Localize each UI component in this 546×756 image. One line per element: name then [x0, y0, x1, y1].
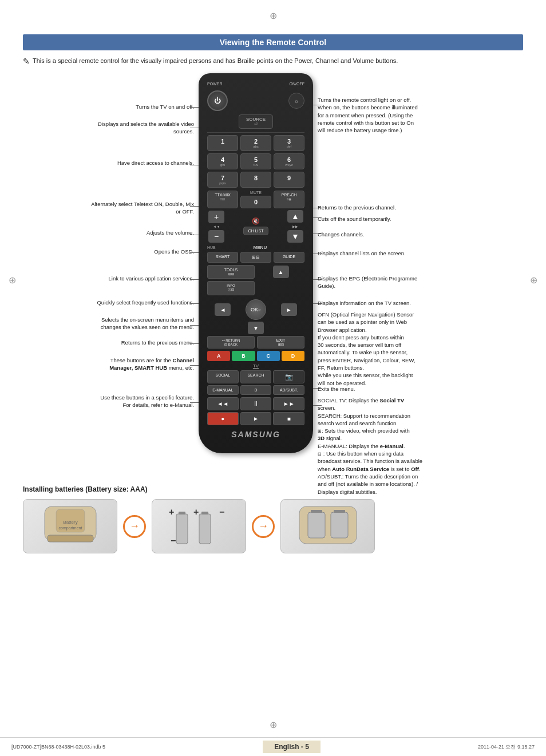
ch-up-button[interactable]: ▲ — [287, 210, 303, 223]
mute-zero-group: MUTE 0 — [240, 191, 271, 208]
num8-button[interactable]: 8 — [240, 172, 271, 188]
line-ch — [190, 165, 199, 165]
tv-label: TV — [207, 363, 304, 369]
center-controls: 🔇 CH LIST — [243, 217, 269, 235]
source-button[interactable]: SOURCE ⏎ — [239, 114, 273, 129]
battery-svg-2: + + − − — [162, 504, 236, 549]
ann-onoff: Turns the remote control light on or off… — [313, 96, 450, 134]
ann-mute: Cuts off the sound temporarily. — [313, 215, 450, 223]
page-title-text: Viewing the Remote Control — [220, 38, 326, 47]
svg-rect-16 — [311, 510, 322, 513]
volume-column: + ◄◄ − — [208, 211, 224, 243]
media-row-2: ● ► ■ — [207, 412, 304, 425]
ann-color-text: These buttons are for the Channel Manage… — [109, 357, 194, 371]
svg-rect-14 — [308, 512, 325, 538]
color-buttons-row: A B C D — [207, 351, 304, 361]
3d-button[interactable]: 📷 — [273, 370, 304, 383]
adsubt-button[interactable]: AD/SUBT. — [273, 385, 304, 395]
battery-image-1: Battery compartment — [23, 499, 117, 553]
right-button[interactable]: ► — [281, 303, 297, 316]
num9-button[interactable]: 9 — [274, 172, 304, 188]
ann-osd: Opens the OSD. — [90, 248, 199, 255]
return-button[interactable]: ↩ RETURN ⊟ BACK — [207, 336, 255, 349]
d-button[interactable]: D — [282, 351, 304, 361]
d-button-2[interactable]: D — [240, 385, 272, 395]
smart-button[interactable]: SMART — [207, 252, 238, 263]
exit-button[interactable]: EXIT ⊞⊟ — [257, 336, 304, 349]
c-button[interactable]: C — [257, 351, 280, 361]
power-row: ⏻ ☼ — [207, 90, 304, 111]
source-row: SOURCE ⏎ — [207, 114, 304, 129]
svg-rect-9 — [176, 514, 188, 544]
svg-text:compartment: compartment — [58, 526, 82, 531]
num6-button[interactable]: 6 wxyz — [274, 153, 304, 169]
battery-svg-3 — [291, 504, 365, 549]
num4-button[interactable]: 4 ghi — [207, 153, 238, 169]
rec-button[interactable]: ● — [207, 412, 239, 425]
stop-button[interactable]: ■ — [273, 412, 304, 425]
ttx-button[interactable]: TTX/MIX ≡⊟ — [207, 191, 238, 208]
right-crosshair: ⊕ — [530, 275, 537, 286]
vol-indicator: ◄◄ — [213, 225, 220, 228]
line-color — [190, 365, 199, 366]
play-button[interactable]: ► — [240, 412, 272, 425]
ch-indicator: ▶▶ — [292, 224, 298, 228]
svg-text:−: − — [219, 507, 224, 517]
bottom-crosshair: ⊕ — [270, 719, 277, 730]
down-button[interactable]: ▼ — [248, 322, 264, 334]
vol-down-button[interactable]: − — [208, 230, 224, 243]
ann-tools: Quickly select frequently used functions… — [90, 299, 199, 306]
num2-button[interactable]: 2 abc — [240, 135, 271, 151]
pause-button[interactable]: II — [240, 397, 272, 410]
svg-text:+: + — [169, 507, 174, 517]
info-button[interactable]: INFO ⓘ⊟ — [207, 281, 255, 295]
num1-button[interactable]: 1 — [207, 135, 238, 151]
smart-guide-row: SMART ⊞⊟ GUIDE — [207, 252, 304, 263]
svg-rect-1 — [48, 535, 93, 542]
ann-info: Displays information on the TV screen. — [313, 299, 450, 307]
ann-smart-hub: Link to various application services. — [90, 275, 199, 282]
nav-row: ◄ OK☞ ► — [207, 298, 304, 320]
a-button[interactable]: A — [207, 351, 230, 361]
ch-down-button[interactable]: ▼ — [287, 230, 303, 243]
search-button[interactable]: SEARCH — [240, 370, 272, 383]
emanual-button[interactable]: E-MANUAL — [207, 385, 239, 395]
emanual-row: E-MANUAL D AD/SUBT. — [207, 385, 304, 395]
remote-diagram: Turns the TV on and off. Displays and se… — [23, 73, 523, 474]
svg-rect-17 — [334, 510, 345, 513]
num7-button[interactable]: 7 pqrs — [207, 172, 238, 188]
vol-ch-area: + ◄◄ − 🔇 CH LIST ▲ ▶▶ ▼ — [207, 210, 304, 243]
ann-prech: Returns to the previous channel. — [313, 204, 450, 211]
social-button[interactable]: SOCIAL — [207, 370, 239, 383]
left-crosshair: ⊕ — [9, 275, 16, 286]
channel-column: ▲ ▶▶ ▼ — [287, 210, 303, 243]
ann-epg: Displays the EPG (Electronic ProgrammeGu… — [313, 275, 450, 290]
num3-button[interactable]: 3 def — [274, 135, 304, 151]
osd-button[interactable]: CH LIST — [243, 227, 269, 235]
ann-ofn: OFN (Optical Finger Navigation) Sensor c… — [313, 311, 450, 387]
vol-up-button[interactable]: + — [208, 211, 224, 223]
power-button[interactable]: ⏻ — [207, 90, 228, 111]
top-note-text: This is a special remote control for the… — [33, 56, 398, 66]
battery-image-2: + + − − — [152, 499, 246, 553]
menu-center-button[interactable]: ⊞⊟ — [240, 252, 271, 263]
up-button[interactable]: ▲ — [273, 266, 289, 278]
onoff-button[interactable]: ☼ — [288, 93, 304, 109]
line-src — [190, 128, 199, 128]
left-button[interactable]: ◄ — [215, 303, 231, 316]
num0-button[interactable]: 0 — [240, 196, 271, 208]
b-button[interactable]: B — [232, 351, 255, 361]
footer-date: 2011-04-21 오전 9:15:27 — [478, 743, 535, 751]
ok-button[interactable]: OK☞ — [246, 299, 266, 320]
ann-teletext: Alternately select Teletext ON, Double, … — [90, 200, 199, 216]
ff-button[interactable]: ►► — [273, 397, 304, 410]
rew-button[interactable]: ◄◄ — [207, 397, 239, 410]
tools-button[interactable]: TOOLS ⊟⊟ — [207, 265, 255, 279]
line-tools — [190, 303, 199, 304]
guide-button[interactable]: GUIDE — [274, 252, 304, 263]
num5-button[interactable]: 5 tuv — [240, 153, 271, 169]
samsung-logo: SAMSUNG — [207, 430, 304, 442]
prech-button[interactable]: PRE-CH ≡◉ — [274, 191, 304, 208]
numpad: 1 2 abc 3 def 4 ghi 5 tuv 6 wxyz — [207, 135, 304, 188]
top-crosshair: ⊕ — [270, 10, 277, 21]
